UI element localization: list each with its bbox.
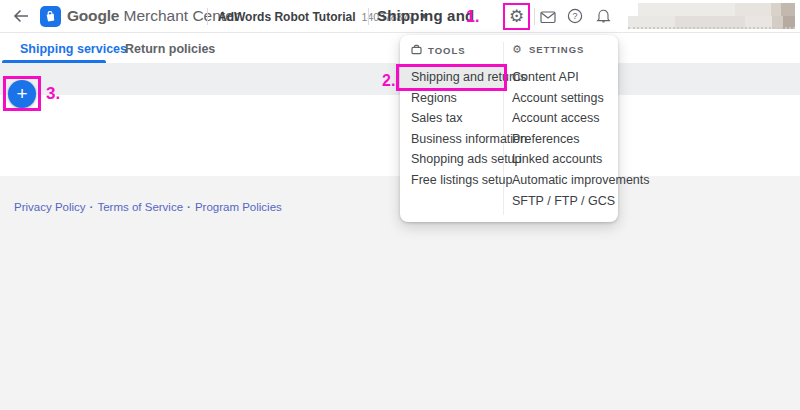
annotation-step-3: 3.: [46, 84, 60, 104]
terms-of-service-link[interactable]: Terms of Service: [97, 201, 183, 213]
merchant-center-app: Google Merchant Center AdWords Robot Tut…: [0, 0, 800, 410]
settings-header-label: SETTINGS: [529, 44, 585, 55]
back-arrow-icon[interactable]: [13, 8, 29, 28]
annotation-step-1: 1.: [466, 8, 479, 26]
toolbox-icon: [411, 44, 422, 57]
footer-separator: ·: [187, 201, 191, 213]
menu-section-settings: ⚙ SETTINGS: [512, 44, 584, 55]
privacy-policy-link[interactable]: Privacy Policy: [14, 201, 86, 213]
menu-item-business-information[interactable]: Business information: [411, 129, 501, 150]
header-divider: [207, 8, 208, 25]
footer-links: Privacy Policy·Terms of Service·Program …: [14, 201, 282, 213]
menu-item-shopping-ads-setup[interactable]: Shopping ads setup: [411, 149, 501, 170]
menu-item-sftp-ftp-gcs[interactable]: SFTP / FTP / GCS: [512, 191, 616, 212]
mail-icon[interactable]: [540, 10, 556, 28]
gear-icon: ⚙: [509, 8, 524, 25]
menu-item-account-access[interactable]: Account access: [512, 108, 616, 129]
brand-google: Google: [67, 7, 119, 24]
settings-gear-button[interactable]: ⚙: [503, 3, 530, 30]
menu-item-preferences[interactable]: Preferences: [512, 129, 616, 150]
notifications-bell-icon[interactable]: [596, 8, 611, 28]
redacted-user-info: [628, 3, 795, 29]
menu-item-automatic-improvements[interactable]: Automatic improvements: [512, 170, 616, 191]
header-divider: [368, 8, 369, 25]
menu-item-free-listings-setup[interactable]: Free listings setup: [411, 170, 501, 191]
tools-header-label: TOOLS: [428, 45, 466, 56]
settings-gear-small-icon: ⚙: [512, 44, 523, 55]
settings-menu-column: Content API Account settings Account acc…: [512, 67, 616, 211]
top-header: Google Merchant Center AdWords Robot Tut…: [0, 0, 800, 33]
settings-dropdown-menu: TOOLS ⚙ SETTINGS Shipping and returns Re…: [400, 35, 618, 222]
brand-wordmark: Google Merchant Center: [67, 7, 239, 25]
tab-shipping-services[interactable]: Shipping services: [20, 34, 127, 63]
svg-text:?: ?: [572, 11, 577, 21]
annotation-step-2: 2.: [382, 72, 395, 90]
merchant-center-logo-icon: [40, 6, 61, 27]
menu-item-sales-tax[interactable]: Sales tax: [411, 108, 501, 129]
program-policies-link[interactable]: Program Policies: [195, 201, 282, 213]
annotation-box-fab: [3, 76, 41, 111]
footer-separator: ·: [90, 201, 94, 213]
menu-item-account-settings[interactable]: Account settings: [512, 88, 616, 109]
tab-return-policies[interactable]: Return policies: [125, 34, 215, 63]
annotation-box-shipping-returns: [396, 64, 507, 91]
account-name: AdWords Robot Tutorial: [218, 10, 356, 24]
page-title: Shipping and: [377, 7, 474, 24]
header-divider: [534, 8, 535, 25]
menu-item-linked-accounts[interactable]: Linked accounts: [512, 149, 616, 170]
help-icon[interactable]: ?: [567, 8, 583, 28]
menu-item-content-api[interactable]: Content API: [512, 67, 616, 88]
menu-section-tools: TOOLS: [411, 44, 466, 57]
